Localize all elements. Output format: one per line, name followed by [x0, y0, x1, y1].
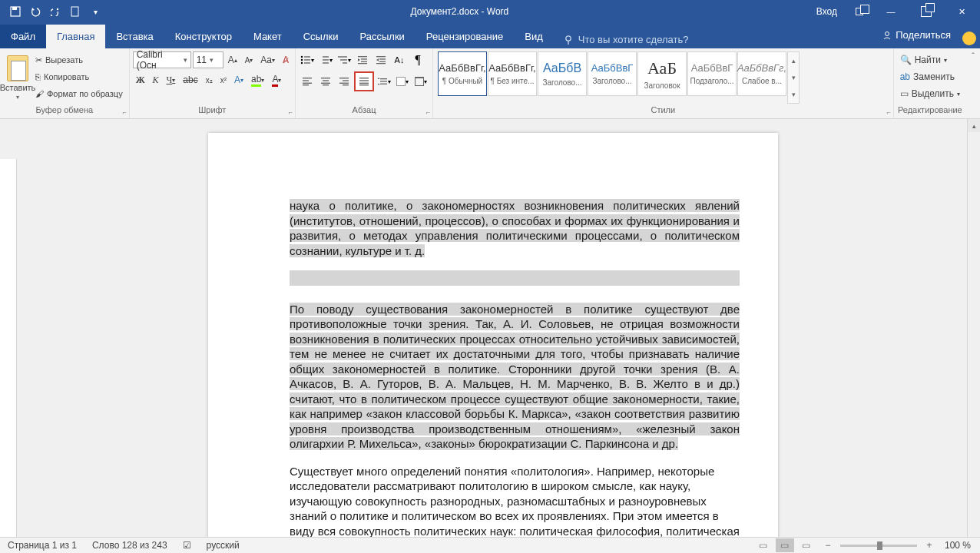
maximize-button[interactable]: [911, 0, 942, 23]
paste-button[interactable]: Вставить ▾: [3, 50, 32, 105]
tell-me-search[interactable]: Что вы хотите сделать?: [554, 34, 874, 45]
minimize-button[interactable]: —: [876, 0, 906, 23]
svg-rect-31: [321, 78, 330, 78]
font-name-combo[interactable]: Calibri (Осн▾: [133, 51, 191, 68]
tab-home[interactable]: Главная: [46, 25, 105, 48]
zoom-slider[interactable]: [840, 545, 917, 547]
share-button[interactable]: Поделиться: [874, 25, 958, 45]
borders-button[interactable]: ▾: [412, 73, 429, 90]
ribbon-display-button[interactable]: [848, 0, 871, 23]
text-effects-button[interactable]: A▾: [231, 71, 247, 88]
grow-font-button[interactable]: A▴: [225, 51, 240, 68]
align-justify-button[interactable]: [354, 71, 374, 91]
view-web-button[interactable]: ▭: [797, 538, 816, 552]
font-color-button[interactable]: A▾: [269, 71, 284, 88]
feedback-icon[interactable]: [962, 31, 976, 45]
redo-button[interactable]: [48, 4, 63, 19]
tab-mailings[interactable]: Рассылки: [349, 25, 415, 48]
style-subtitle[interactable]: АаБбВвГПодзаголо...: [687, 51, 737, 96]
para-1[interactable]: наука о политике, о закономерностях возн…: [290, 199, 740, 257]
view-print-button[interactable]: ▭: [776, 538, 794, 552]
style-heading2[interactable]: АаБбВвГЗаголово...: [588, 51, 637, 96]
clear-format-button[interactable]: A̷: [280, 51, 292, 68]
bullets-button[interactable]: ▾: [299, 51, 316, 68]
increase-indent-button[interactable]: [372, 51, 389, 68]
qat-customize-button[interactable]: ▾: [88, 4, 103, 19]
svg-rect-15: [323, 62, 329, 63]
share-label: Поделиться: [896, 29, 951, 41]
tab-insert[interactable]: Вставка: [105, 25, 164, 48]
format-painter-button[interactable]: 🖌Формат по образцу: [32, 85, 126, 102]
change-case-button[interactable]: Aa▾: [257, 51, 278, 68]
numbering-button[interactable]: ▾: [317, 51, 334, 68]
style-no-spacing[interactable]: АаБбВвГг,¶ Без инте...: [488, 51, 537, 96]
align-center-button[interactable]: [317, 73, 334, 90]
find-button[interactable]: 🔍Найти▾: [897, 51, 963, 68]
status-proofing[interactable]: ☑: [175, 540, 199, 551]
shading-button[interactable]: ▾: [394, 73, 411, 90]
shrink-font-button[interactable]: A▾: [242, 51, 257, 68]
bold-button[interactable]: Ж: [133, 71, 148, 88]
zoom-in-button[interactable]: +: [920, 538, 939, 552]
styles-launcher[interactable]: ⌐: [886, 108, 890, 116]
scroll-up-button[interactable]: ▴: [968, 119, 980, 132]
vertical-scrollbar[interactable]: ▴: [967, 119, 980, 537]
collapse-ribbon-button[interactable]: ˆ: [972, 51, 975, 61]
copy-button[interactable]: ⎘Копировать: [32, 68, 126, 85]
style-heading1[interactable]: АаБбВЗаголово...: [538, 51, 587, 96]
sort-button[interactable]: A↓: [391, 51, 408, 68]
status-language[interactable]: русский: [199, 540, 247, 551]
show-marks-button[interactable]: ¶: [409, 51, 426, 68]
replace-icon: ab: [900, 71, 910, 82]
align-left-button[interactable]: [299, 73, 316, 90]
underline-button[interactable]: Ч▾: [163, 71, 178, 88]
font-launcher[interactable]: ⌐: [289, 108, 293, 116]
para-2[interactable]: По поводу существования закономерностей …: [290, 303, 740, 451]
multilevel-button[interactable]: ▾: [336, 51, 353, 68]
document-workspace[interactable]: наука о политике, о закономерностях возн…: [0, 119, 980, 537]
svg-point-6: [886, 31, 889, 35]
para-3[interactable]: Существует много определений понятия «по…: [290, 464, 740, 538]
tab-references[interactable]: Ссылки: [293, 25, 349, 48]
close-button[interactable]: ✕: [946, 0, 977, 23]
style-subtle-emphasis[interactable]: АаБбВвГг,Слабое в...: [737, 51, 786, 96]
subscript-button[interactable]: x₂: [203, 71, 216, 88]
svg-rect-32: [323, 80, 329, 81]
tab-view[interactable]: Вид: [514, 25, 554, 48]
select-button[interactable]: ▭Выделить▾: [897, 85, 963, 102]
ruler-vertical[interactable]: [0, 159, 17, 537]
svg-rect-38: [343, 84, 349, 85]
strike-button[interactable]: abc: [180, 71, 200, 88]
new-doc-button[interactable]: [68, 4, 83, 19]
italic-button[interactable]: К: [150, 71, 162, 88]
view-read-button[interactable]: ▭: [754, 538, 773, 552]
save-icon[interactable]: [8, 4, 23, 19]
decrease-indent-button[interactable]: [354, 51, 371, 68]
tab-design[interactable]: Конструктор: [164, 25, 243, 48]
replace-button[interactable]: abЗаменить: [897, 68, 963, 85]
font-size-combo[interactable]: 11▾: [193, 51, 223, 68]
svg-rect-37: [339, 83, 349, 84]
tab-layout[interactable]: Макет: [243, 25, 293, 48]
styles-gallery-more[interactable]: ▴▾▾: [787, 51, 800, 104]
zoom-level[interactable]: 100 %: [942, 540, 974, 551]
zoom-out-button[interactable]: −: [819, 538, 837, 552]
tab-file[interactable]: Файл: [0, 25, 46, 48]
superscript-button[interactable]: x²: [217, 71, 230, 88]
style-normal[interactable]: АаБбВвГг,¶ Обычный: [438, 51, 487, 96]
line-spacing-button[interactable]: ▾: [376, 73, 392, 90]
style-title[interactable]: АаБЗаголовок: [637, 51, 687, 96]
login-link[interactable]: Вход: [816, 6, 837, 17]
paragraph-launcher[interactable]: ⌐: [426, 108, 430, 116]
group-font: Calibri (Осн▾ 11▾ A▴ A▾ Aa▾ A̷ Ж К Ч▾ ab…: [130, 48, 296, 118]
status-words[interactable]: Слово 128 из 243: [84, 540, 175, 551]
styles-gallery[interactable]: АаБбВвГг,¶ Обычный АаБбВвГг,¶ Без инте..…: [436, 50, 801, 105]
cut-button[interactable]: ✂Вырезать: [32, 51, 126, 68]
undo-button[interactable]: [28, 4, 43, 19]
document-page[interactable]: наука о политике, о закономерностях возн…: [208, 133, 778, 537]
clipboard-launcher[interactable]: ⌐: [122, 108, 126, 116]
status-page[interactable]: Страница 1 из 1: [0, 540, 84, 551]
tab-review[interactable]: Рецензирование: [416, 25, 514, 48]
highlight-button[interactable]: ab▾: [248, 71, 267, 88]
align-right-button[interactable]: [336, 73, 353, 90]
